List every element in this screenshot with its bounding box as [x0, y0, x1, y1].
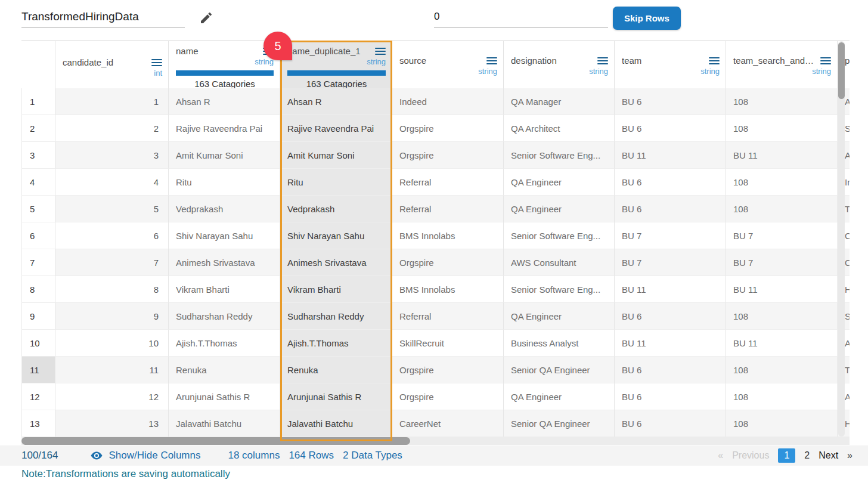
table-cell[interactable]: Renuka: [169, 357, 280, 383]
table-cell[interactable]: Orgspire: [392, 383, 504, 410]
table-cell[interactable]: 8: [55, 276, 169, 303]
table-cell[interactable]: 13: [55, 410, 169, 437]
column-menu-icon[interactable]: [375, 48, 386, 55]
column-header-designation[interactable]: designation string: [504, 41, 615, 92]
table-cell[interactable]: Vikram Bharti: [280, 276, 392, 303]
next-page-button[interactable]: Next: [819, 450, 838, 461]
table-cell[interactable]: BMS Innolabs: [392, 222, 504, 249]
column-menu-icon[interactable]: [151, 59, 162, 66]
table-cell[interactable]: 7: [55, 249, 169, 276]
row-number[interactable]: 7: [21, 249, 55, 276]
table-cell[interactable]: Referral: [392, 303, 504, 330]
rows-count-label[interactable]: 164 Rows: [289, 450, 334, 462]
row-number[interactable]: 12: [21, 383, 55, 410]
table-cell[interactable]: AWS Consultant: [504, 249, 615, 276]
table-cell[interactable]: 10: [55, 330, 169, 357]
table-cell[interactable]: Amit Kumar Soni: [169, 142, 280, 169]
data-types-label[interactable]: 2 Data Types: [343, 450, 402, 462]
table-cell[interactable]: Vedprakash: [169, 196, 280, 222]
vertical-scrollbar[interactable]: [838, 41, 845, 436]
table-cell[interactable]: 4: [55, 169, 169, 196]
table-cell[interactable]: Arunjunai Sathis R: [280, 383, 392, 410]
previous-page-button[interactable]: Previous: [732, 450, 769, 461]
page-2-button[interactable]: 2: [804, 450, 810, 461]
table-cell[interactable]: 1: [55, 88, 169, 115]
table-cell[interactable]: Rajive Raveendra Pai: [280, 115, 392, 142]
table-cell[interactable]: QA Manager: [504, 88, 615, 115]
table-cell[interactable]: Sudharshan Reddy: [280, 303, 392, 330]
table-cell[interactable]: Animesh Srivastava: [169, 249, 280, 276]
row-number[interactable]: 3: [21, 142, 55, 169]
row-number[interactable]: 9: [21, 303, 55, 330]
table-cell[interactable]: CareerNet: [392, 410, 504, 437]
table-cell[interactable]: Ritu: [280, 169, 392, 196]
table-cell[interactable]: Senior QA Engineer: [504, 410, 615, 437]
table-cell[interactable]: BU 6: [615, 196, 726, 222]
table-cell[interactable]: Rajive Raveendra Pai: [169, 115, 280, 142]
table-cell[interactable]: BU 7: [615, 222, 726, 249]
table-cell[interactable]: Renuka: [280, 357, 392, 383]
table-cell[interactable]: BU 7: [726, 222, 838, 249]
table-cell[interactable]: QA Architect: [504, 115, 615, 142]
table-cell[interactable]: 12: [55, 383, 169, 410]
column-menu-icon[interactable]: [820, 57, 831, 64]
table-cell[interactable]: Senior Software Eng...: [504, 142, 615, 169]
column-header-candidate-id[interactable]: candidate_id int: [55, 41, 169, 92]
table-cell[interactable]: 3: [55, 142, 169, 169]
table-cell[interactable]: 11: [55, 357, 169, 383]
table-cell[interactable]: Sudharshan Reddy: [169, 303, 280, 330]
table-cell[interactable]: Vikram Bharti: [169, 276, 280, 303]
table-cell[interactable]: 108: [726, 410, 838, 437]
table-cell[interactable]: Ahsan R: [169, 88, 280, 115]
table-cell[interactable]: BU 11: [615, 330, 726, 357]
table-cell[interactable]: 108: [726, 169, 838, 196]
table-cell[interactable]: 9: [55, 303, 169, 330]
column-header-source[interactable]: source string: [392, 41, 504, 92]
row-number[interactable]: 10: [21, 330, 55, 357]
dataset-name-input[interactable]: [21, 6, 185, 27]
table-cell[interactable]: Senior QA Engineer: [504, 357, 615, 383]
row-number[interactable]: 13: [21, 410, 55, 437]
row-number[interactable]: 6: [21, 222, 55, 249]
vertical-scrollbar-thumb[interactable]: [838, 42, 845, 99]
table-cell[interactable]: 108: [726, 303, 838, 330]
table-cell[interactable]: BU 6: [615, 88, 726, 115]
table-cell[interactable]: BU 11: [726, 330, 838, 357]
table-cell[interactable]: BU 7: [726, 249, 838, 276]
table-cell[interactable]: 108: [726, 115, 838, 142]
table-cell[interactable]: Orgspire: [392, 357, 504, 383]
table-cell[interactable]: Ajish.T.Thomas: [169, 330, 280, 357]
column-header-name-duplicate-1[interactable]: name_duplicate_1 string 163 Catagories: [280, 41, 392, 92]
row-number[interactable]: 1: [21, 88, 55, 115]
table-cell[interactable]: Orgspire: [392, 249, 504, 276]
table-cell[interactable]: Indeed: [392, 88, 504, 115]
table-cell[interactable]: QA Engineer: [504, 383, 615, 410]
table-cell[interactable]: Jalavathi Batchu: [169, 410, 280, 437]
table-cell[interactable]: BU 6: [615, 115, 726, 142]
row-number[interactable]: 2: [21, 115, 55, 142]
table-cell[interactable]: QA Engineer: [504, 303, 615, 330]
table-cell[interactable]: Senior Software Eng...: [504, 222, 615, 249]
table-cell[interactable]: 108: [726, 357, 838, 383]
column-menu-icon[interactable]: [709, 57, 720, 64]
skip-rows-button[interactable]: Skip Rows: [613, 7, 681, 30]
table-cell[interactable]: BU 6: [615, 383, 726, 410]
table-cell[interactable]: 2: [55, 115, 169, 142]
column-header-team[interactable]: team string: [615, 41, 726, 92]
table-cell[interactable]: BU 11: [726, 142, 838, 169]
horizontal-scrollbar-thumb[interactable]: [21, 437, 410, 445]
table-cell[interactable]: Amit Kumar Soni: [280, 142, 392, 169]
column-header-team-search[interactable]: team_search_and_r... string: [726, 41, 838, 92]
table-cell[interactable]: Orgspire: [392, 115, 504, 142]
table-cell[interactable]: SkillRecruit: [392, 330, 504, 357]
table-cell[interactable]: BU 7: [615, 249, 726, 276]
table-cell[interactable]: Orgspire: [392, 142, 504, 169]
table-cell[interactable]: 5: [55, 196, 169, 222]
table-cell[interactable]: Shiv Narayan Sahu: [280, 222, 392, 249]
table-cell[interactable]: BU 11: [615, 142, 726, 169]
table-cell[interactable]: Shiv Narayan Sahu: [169, 222, 280, 249]
table-cell[interactable]: Vedprakash: [280, 196, 392, 222]
table-cell[interactable]: BMS Innolabs: [392, 276, 504, 303]
table-cell[interactable]: Ritu: [169, 169, 280, 196]
table-cell[interactable]: BU 6: [615, 303, 726, 330]
